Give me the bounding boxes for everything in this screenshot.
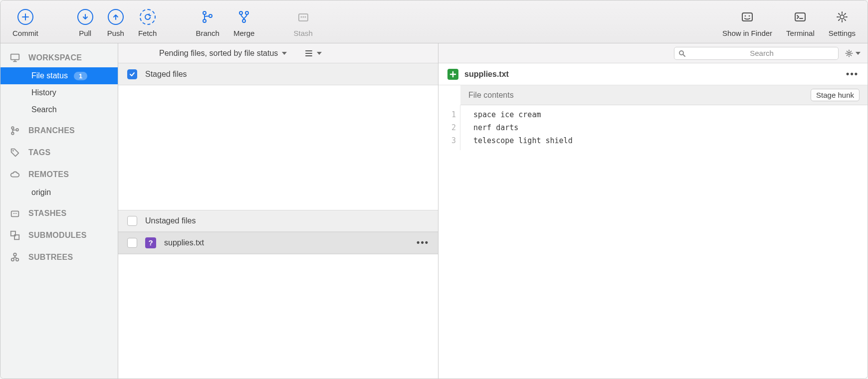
file-actions-button[interactable]: ••• — [417, 237, 429, 248]
svg-point-28 — [16, 258, 19, 261]
stash-icon — [295, 9, 311, 25]
svg-point-7 — [300, 16, 302, 18]
commit-label: Commit — [12, 29, 38, 37]
sidebar-section-remotes[interactable]: REMOTES — [0, 162, 118, 184]
unstaged-files-header: Unstaged files — [118, 210, 438, 232]
linenum: 3 — [438, 134, 456, 147]
pending-files-dropdown[interactable]: Pending files, sorted by file status — [159, 49, 287, 58]
svg-point-1 — [203, 19, 206, 22]
line-numbers: 1 2 3 — [438, 105, 460, 150]
push-button[interactable]: Push — [100, 8, 131, 37]
unstaged-checkbox[interactable] — [127, 216, 137, 226]
subtrees-label: SUBTREES — [28, 253, 73, 262]
terminal-button[interactable]: Terminal — [779, 8, 822, 37]
stashes-label: STASHES — [28, 209, 66, 218]
svg-rect-13 — [795, 13, 805, 21]
remotes-label: REMOTES — [28, 170, 69, 179]
stage-hunk-button[interactable]: Stage hunk — [811, 89, 860, 101]
staged-files-list — [118, 85, 438, 210]
sidebar-section-subtrees[interactable]: SUBTREES — [0, 245, 118, 267]
show-in-finder-button[interactable]: Show in Finder — [715, 8, 779, 37]
stash-button[interactable]: Stash — [286, 8, 319, 37]
hunk-header: File contents Stage hunk — [460, 85, 868, 105]
diff-settings-dropdown[interactable] — [845, 49, 861, 58]
tags-label: TAGS — [28, 148, 50, 157]
toolbar-right-group: Show in Finder Terminal Settings — [715, 8, 863, 37]
submodules-icon — [9, 230, 20, 241]
sidebar-item-file-status[interactable]: File status 1 — [0, 67, 118, 84]
branch-label: Branch — [196, 29, 219, 37]
main-toolbar: Commit Pull Push Fetch — [0, 0, 868, 43]
branch-button[interactable]: Branch — [189, 8, 226, 37]
workspace-label: WORKSPACE — [28, 53, 82, 62]
unstaged-files-label: Unstaged files — [145, 216, 196, 225]
fetch-label: Fetch — [138, 29, 157, 37]
svg-point-5 — [242, 19, 245, 22]
search-label: Search — [31, 105, 57, 114]
svg-point-14 — [840, 15, 844, 19]
view-mode-dropdown[interactable] — [305, 50, 322, 57]
file-status-label: File status — [31, 71, 68, 80]
linenum: 1 — [438, 108, 456, 121]
push-label: Push — [107, 29, 124, 37]
diff-actions-button[interactable]: ••• — [846, 69, 859, 79]
pull-button[interactable]: Pull — [70, 8, 100, 37]
svg-point-3 — [239, 11, 242, 14]
sidebar-section-workspace[interactable]: WORKSPACE — [0, 45, 118, 67]
terminal-label: Terminal — [786, 29, 815, 37]
svg-point-9 — [304, 16, 306, 18]
svg-point-11 — [745, 15, 746, 17]
svg-point-16 — [11, 127, 14, 129]
sidebar-section-tags[interactable]: TAGS — [0, 140, 118, 162]
svg-point-22 — [14, 213, 15, 214]
svg-point-23 — [16, 213, 17, 214]
search-icon — [678, 50, 685, 57]
app-window: Commit Pull Push Fetch — [0, 0, 868, 379]
code-line: nerf darts — [473, 121, 573, 134]
search-placeholder: Search — [689, 49, 834, 57]
monitor-icon — [9, 52, 20, 63]
svg-point-27 — [11, 258, 14, 261]
file-list-panel: Pending files, sorted by file status Sta… — [118, 43, 438, 379]
branch-icon — [200, 9, 216, 25]
svg-point-26 — [13, 253, 16, 256]
gear-icon — [834, 9, 850, 25]
settings-button[interactable]: Settings — [822, 8, 863, 37]
stage-hunk-label: Stage hunk — [816, 91, 854, 99]
sidebar-item-search[interactable]: Search — [0, 101, 118, 118]
code-line: telescope light shield — [473, 134, 573, 147]
svg-point-0 — [203, 11, 206, 14]
plus-icon — [17, 9, 33, 25]
gear-icon — [845, 49, 854, 58]
file-status-badge: 1 — [74, 72, 87, 80]
merge-button[interactable]: Merge — [226, 8, 262, 37]
code-lines: space ice cream nerf darts telescope lig… — [460, 105, 573, 150]
arrow-up-icon — [108, 9, 124, 25]
chevron-down-icon — [282, 52, 287, 55]
file-row-supplies[interactable]: ? supplies.txt ••• — [118, 232, 438, 254]
file-status-unknown-icon: ? — [145, 237, 156, 248]
branch-icon — [9, 125, 20, 136]
svg-point-30 — [848, 52, 851, 54]
hunk-title: File contents — [468, 91, 514, 100]
merge-icon — [236, 9, 252, 25]
sidebar-item-history[interactable]: History — [0, 84, 118, 101]
staged-checkbox[interactable] — [127, 69, 137, 79]
sidebar-section-branches[interactable]: BRANCHES — [0, 118, 118, 140]
file-name: supplies.txt — [164, 238, 204, 247]
search-input[interactable]: Search — [674, 47, 839, 60]
svg-point-19 — [12, 150, 14, 152]
commit-button[interactable]: Commit — [5, 8, 45, 37]
chevron-down-icon — [317, 52, 322, 55]
file-checkbox[interactable] — [127, 238, 137, 248]
toolbar-left-group: Commit Pull Push Fetch — [5, 8, 320, 37]
svg-point-21 — [13, 213, 14, 214]
sidebar-section-submodules[interactable]: SUBMODULES — [0, 223, 118, 245]
pending-files-label: Pending files, sorted by file status — [159, 49, 278, 58]
refresh-icon — [140, 9, 156, 25]
sidebar-item-origin[interactable]: origin — [0, 184, 118, 201]
sidebar-section-stashes[interactable]: STASHES — [0, 201, 118, 223]
staged-files-header: Staged files — [118, 63, 438, 85]
linenum: 2 — [438, 121, 456, 134]
fetch-button[interactable]: Fetch — [131, 8, 164, 37]
